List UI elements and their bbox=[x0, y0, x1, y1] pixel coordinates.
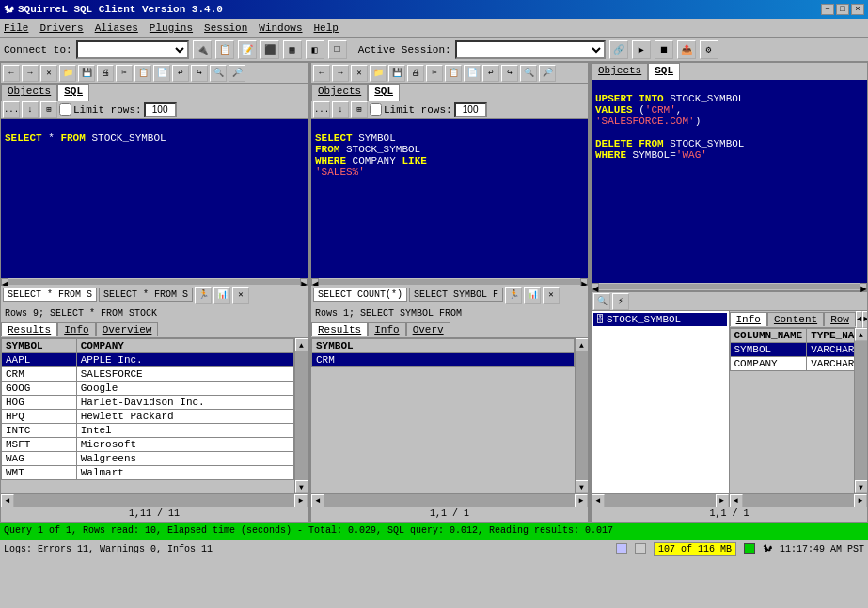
mid-result-tab-overview[interactable]: Overv bbox=[406, 322, 450, 336]
mid-toolbar-btn13[interactable]: 🔎 bbox=[539, 65, 556, 82]
connect-btn[interactable]: 🔌 bbox=[193, 40, 212, 59]
left-query-icon-1[interactable]: 🏃 bbox=[195, 287, 212, 304]
right-info-vscroll[interactable]: ▲ ▼ bbox=[854, 328, 867, 493]
left-sql-btn2[interactable]: ↓ bbox=[22, 101, 39, 118]
toolbar-btn-6[interactable]: □ bbox=[328, 40, 347, 59]
right-info-tab-content[interactable]: Content bbox=[767, 312, 824, 326]
right-info-tab-info[interactable]: Info bbox=[730, 312, 767, 326]
mid-toolbar-btn6[interactable]: 🖨 bbox=[407, 65, 424, 82]
active-session-dropdown[interactable] bbox=[455, 40, 606, 59]
left-tab-objects[interactable]: Objects bbox=[1, 84, 57, 101]
mid-query-icon-1[interactable]: 🏃 bbox=[505, 287, 522, 304]
right-tab-objects[interactable]: Objects bbox=[592, 63, 648, 80]
left-hscroll-right[interactable]: ► bbox=[294, 494, 308, 507]
session-btn-3[interactable]: ⏹ bbox=[655, 40, 673, 59]
menu-session[interactable]: Session bbox=[204, 23, 247, 34]
left-toolbar-btn9[interactable]: 📄 bbox=[153, 65, 170, 82]
left-result-tab-results[interactable]: Results bbox=[1, 322, 57, 336]
left-table-row[interactable]: CRMSALESFORCE bbox=[2, 367, 294, 382]
left-toolbar-btn4[interactable]: 📁 bbox=[59, 65, 76, 82]
left-toolbar-btn12[interactable]: 🔍 bbox=[210, 65, 227, 82]
right-tree-hscroll-right[interactable]: ► bbox=[716, 494, 729, 507]
tree-item-stock-symbol[interactable]: 🗄 STOCK_SYMBOL bbox=[593, 313, 727, 326]
mid-hscroll-left[interactable]: ◄ bbox=[311, 494, 324, 507]
limit-rows-input-mid[interactable] bbox=[454, 102, 487, 117]
right-tree-hscroll-left[interactable]: ◄ bbox=[592, 494, 605, 507]
left-vscroll-up[interactable]: ▲ bbox=[295, 338, 308, 351]
left-table-row[interactable]: HOGHarlet-Davidson Inc. bbox=[2, 396, 294, 410]
toolbar-btn-5[interactable]: ◧ bbox=[306, 40, 324, 59]
left-table-row[interactable]: INTCIntel bbox=[2, 424, 294, 438]
right-info-hscroll-right[interactable]: ► bbox=[854, 494, 867, 507]
left-toolbar-btn13[interactable]: 🔎 bbox=[229, 65, 245, 82]
left-vscroll-down[interactable]: ▼ bbox=[295, 480, 308, 493]
left-table-row[interactable]: WAGWalgreens bbox=[2, 452, 294, 466]
mid-sql-editor[interactable]: SELECT SYMBOL FROM STOCK_SYMBOL WHERE CO… bbox=[311, 119, 588, 278]
maximize-button[interactable]: □ bbox=[836, 4, 849, 15]
left-table-row[interactable]: HPQHewlett Packard bbox=[2, 410, 294, 424]
left-scroll-left[interactable]: ◄ bbox=[1, 278, 8, 286]
mid-hscroll-right[interactable]: ► bbox=[575, 494, 588, 507]
mid-tab-objects[interactable]: Objects bbox=[311, 84, 368, 101]
left-scroll-right[interactable]: ► bbox=[300, 278, 308, 286]
right-info-nav-right[interactable]: ► bbox=[862, 311, 867, 328]
left-query-tab-1[interactable]: SELECT * FROM S bbox=[3, 288, 97, 302]
left-toolbar-btn1[interactable]: ← bbox=[3, 65, 20, 82]
mid-table-row[interactable]: CRM bbox=[312, 353, 575, 367]
left-toolbar-btn11[interactable]: ↪ bbox=[191, 65, 208, 82]
mid-toolbar-btn1[interactable]: ← bbox=[313, 65, 330, 82]
mid-sql-btn2[interactable]: ↓ bbox=[332, 101, 349, 118]
mid-toolbar-btn2[interactable]: → bbox=[332, 65, 349, 82]
left-vscrollbar[interactable]: ▲ ▼ bbox=[294, 338, 308, 493]
mid-toolbar-btn4[interactable]: 📁 bbox=[370, 65, 387, 82]
mid-toolbar-btn12[interactable]: 🔍 bbox=[520, 65, 537, 82]
mid-sql-btn3[interactable]: ⊞ bbox=[351, 101, 368, 118]
toolbar-btn-1[interactable]: 📋 bbox=[215, 40, 234, 59]
left-result-tab-info[interactable]: Info bbox=[57, 322, 95, 336]
right-tab-sql[interactable]: SQL bbox=[648, 63, 680, 80]
toolbar-btn-4[interactable]: ▦ bbox=[283, 40, 302, 59]
right-info-table-scroll[interactable]: COLUMN_NAME TYPE_NAME SYMBOLVARCHARCOMPA… bbox=[730, 328, 855, 493]
left-hscroll-left[interactable]: ◄ bbox=[1, 494, 14, 507]
mid-vscrollbar[interactable]: ▲ ▼ bbox=[575, 338, 588, 493]
mid-toolbar-btn7[interactable]: ✂ bbox=[426, 65, 443, 82]
mid-query-tab-1[interactable]: SELECT COUNT(*) bbox=[313, 288, 407, 302]
right-lower-btn1[interactable]: 🔍 bbox=[593, 293, 610, 310]
right-info-vscroll-down[interactable]: ▼ bbox=[855, 480, 868, 493]
menu-plugins[interactable]: Plugins bbox=[150, 23, 193, 34]
mid-sql-btn1[interactable]: ... bbox=[313, 101, 330, 118]
left-result-tab-overview[interactable]: Overview bbox=[96, 322, 159, 336]
mid-vscroll-up[interactable]: ▲ bbox=[576, 338, 589, 351]
left-query-icon-2[interactable]: 📊 bbox=[213, 287, 230, 304]
left-table-row[interactable]: GOOGGoogle bbox=[2, 382, 294, 396]
left-sql-btn3[interactable]: ⊞ bbox=[40, 101, 57, 118]
right-sql-editor[interactable]: UPSERT INTO STOCK_SYMBOL VALUES ('CRM', … bbox=[592, 80, 867, 283]
menu-aliases[interactable]: Aliases bbox=[95, 23, 138, 34]
right-scroll-left[interactable]: ◄ bbox=[592, 283, 599, 290]
session-btn-4[interactable]: 📤 bbox=[677, 40, 696, 59]
mid-query-icon-2[interactable]: 📊 bbox=[524, 287, 541, 304]
minimize-button[interactable]: − bbox=[821, 4, 834, 15]
left-toolbar-btn8[interactable]: 📋 bbox=[134, 65, 151, 82]
mid-vscroll-down[interactable]: ▼ bbox=[576, 480, 589, 493]
mid-toolbar-btn8[interactable]: 📋 bbox=[445, 65, 462, 82]
mid-result-tab-results[interactable]: Results bbox=[311, 322, 368, 336]
menu-help[interactable]: Help bbox=[314, 23, 339, 34]
right-info-nav-left[interactable]: ◄ bbox=[856, 311, 862, 328]
right-scroll-right[interactable]: ► bbox=[860, 283, 867, 290]
mid-table-scroll[interactable]: SYMBOL CRM bbox=[311, 338, 575, 493]
toolbar-btn-3[interactable]: ⬛ bbox=[260, 40, 279, 59]
mid-query-tab-2[interactable]: SELECT SYMBOL F bbox=[409, 288, 503, 302]
left-table-scroll[interactable]: SYMBOL COMPANY AAPLAPPLE Inc.CRMSALESFOR… bbox=[1, 338, 294, 493]
left-tab-sql[interactable]: SQL bbox=[57, 84, 89, 101]
mid-toolbar-btn5[interactable]: 💾 bbox=[388, 65, 405, 82]
right-info-hscroll-left[interactable]: ◄ bbox=[730, 494, 743, 507]
mid-query-icon-3[interactable]: ✕ bbox=[543, 287, 560, 304]
left-table-row[interactable]: AAPLAPPLE Inc. bbox=[2, 353, 294, 367]
mid-toolbar-btn10[interactable]: ↩ bbox=[482, 65, 499, 82]
limit-rows-input-left[interactable] bbox=[144, 102, 177, 117]
session-btn-2[interactable]: ▶ bbox=[632, 40, 651, 59]
mid-scroll-right[interactable]: ► bbox=[580, 278, 588, 286]
left-sql-editor[interactable]: SELECT * FROM STOCK_SYMBOL bbox=[1, 119, 308, 278]
right-info-table-row[interactable]: COMPANYVARCHAR bbox=[730, 357, 854, 371]
